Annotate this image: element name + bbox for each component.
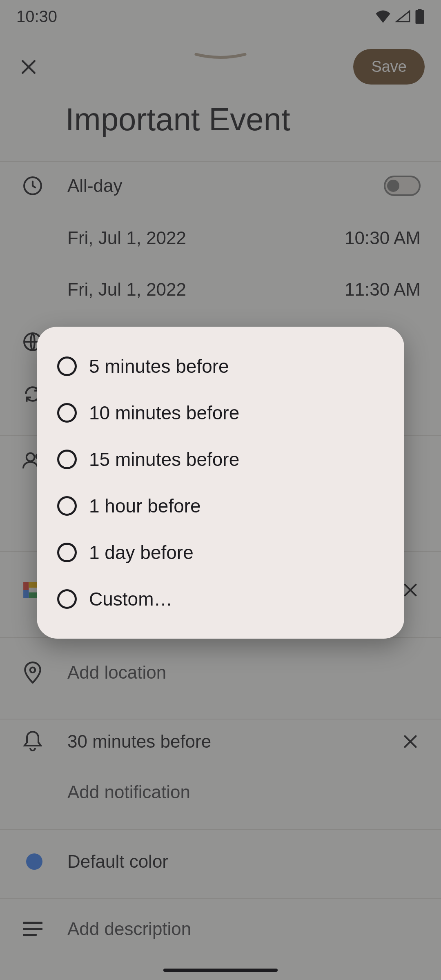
gesture-bar[interactable] xyxy=(163,969,278,972)
option-1-day[interactable]: 1 day before xyxy=(37,529,404,576)
option-10-minutes[interactable]: 10 minutes before xyxy=(37,390,404,436)
option-label: 10 minutes before xyxy=(89,402,239,424)
option-label: Custom… xyxy=(89,588,172,610)
radio-icon xyxy=(57,496,77,516)
option-custom[interactable]: Custom… xyxy=(37,576,404,622)
option-label: 1 hour before xyxy=(89,495,201,517)
notification-picker-dialog: 5 minutes before 10 minutes before 15 mi… xyxy=(37,327,404,639)
option-label: 15 minutes before xyxy=(89,448,239,470)
option-label: 5 minutes before xyxy=(89,355,229,377)
radio-icon xyxy=(57,403,77,423)
option-5-minutes[interactable]: 5 minutes before xyxy=(37,343,404,390)
option-label: 1 day before xyxy=(89,541,194,564)
radio-icon xyxy=(57,450,77,469)
option-15-minutes[interactable]: 15 minutes before xyxy=(37,436,404,483)
radio-icon xyxy=(57,356,77,376)
option-1-hour[interactable]: 1 hour before xyxy=(37,483,404,529)
radio-icon xyxy=(57,589,77,609)
radio-icon xyxy=(57,543,77,562)
